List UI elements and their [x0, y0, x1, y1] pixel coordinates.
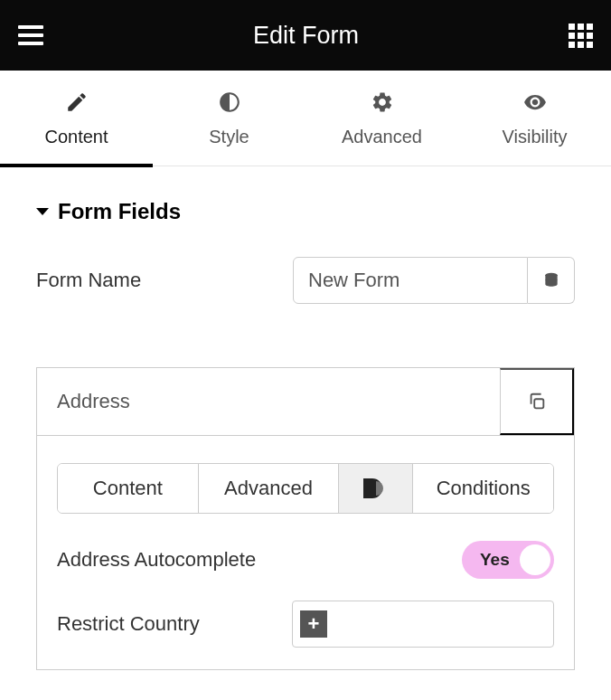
- field-title[interactable]: Address: [37, 368, 500, 435]
- tab-label: Visibility: [503, 127, 568, 147]
- field-card-header: Address: [37, 368, 574, 436]
- page-title: Edit Form: [43, 22, 569, 50]
- restrict-country-label: Restrict Country: [57, 612, 200, 636]
- form-name-label: Form Name: [36, 269, 141, 292]
- field-card-body: Content Advanced Conditions Address Auto…: [37, 436, 574, 669]
- pencil-icon: [65, 90, 89, 114]
- autocomplete-label: Address Autocomplete: [57, 548, 256, 572]
- header: Edit Form: [0, 0, 611, 71]
- sub-tab-content[interactable]: Content: [58, 464, 198, 513]
- section-header[interactable]: Form Fields: [36, 199, 575, 224]
- tab-label: Content: [44, 127, 108, 147]
- copy-icon: [527, 392, 547, 411]
- autocomplete-row: Address Autocomplete Yes: [57, 541, 554, 579]
- dynamic-tags-button[interactable]: [528, 257, 575, 304]
- tab-label: Advanced: [342, 127, 422, 147]
- form-name-input-group: [293, 257, 575, 304]
- contrast-icon: [218, 90, 241, 114]
- duplicate-button[interactable]: [500, 368, 574, 435]
- gear-icon: [371, 90, 394, 114]
- form-name-input[interactable]: [293, 257, 528, 304]
- content-panel: Form Fields Form Name Address Content Ad…: [0, 166, 611, 700]
- tab-label: Style: [209, 127, 249, 147]
- database-icon: [542, 271, 560, 289]
- section-title: Form Fields: [58, 199, 181, 224]
- main-tabs: Content Style Advanced Visibility: [0, 71, 611, 166]
- d-logo-icon: [361, 477, 391, 500]
- toggle-label: Yes: [480, 550, 510, 570]
- apps-grid-icon[interactable]: [569, 24, 593, 48]
- tab-style[interactable]: Style: [153, 71, 306, 166]
- form-name-row: Form Name: [36, 257, 575, 304]
- toggle-knob: [520, 544, 550, 575]
- menu-icon[interactable]: [18, 25, 43, 45]
- sub-tab-conditions[interactable]: Conditions: [412, 464, 553, 513]
- restrict-country-input[interactable]: +: [292, 601, 554, 648]
- field-card: Address Content Advanced Conditions Addr…: [36, 367, 575, 670]
- field-sub-tabs: Content Advanced Conditions: [57, 463, 554, 514]
- autocomplete-toggle[interactable]: Yes: [462, 541, 554, 579]
- tab-visibility[interactable]: Visibility: [458, 71, 611, 166]
- eye-icon: [523, 90, 547, 114]
- sub-tab-advanced[interactable]: Advanced: [198, 464, 339, 513]
- svg-rect-1: [534, 399, 543, 408]
- caret-down-icon: [36, 208, 49, 215]
- tab-advanced[interactable]: Advanced: [306, 71, 458, 166]
- restrict-country-row: Restrict Country +: [57, 601, 554, 648]
- tab-content[interactable]: Content: [0, 71, 153, 166]
- add-country-button[interactable]: +: [300, 610, 327, 638]
- sub-tab-dynamic[interactable]: [338, 464, 412, 513]
